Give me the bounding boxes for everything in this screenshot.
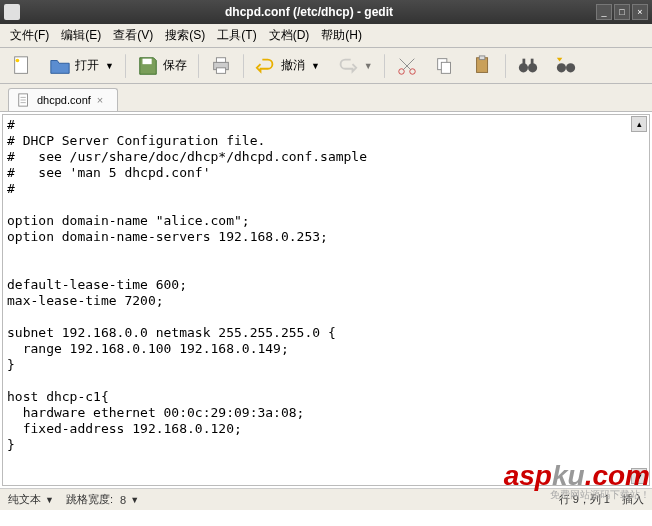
save-icon — [137, 55, 159, 77]
tabbar: dhcpd.conf × — [0, 84, 652, 112]
menu-help[interactable]: 帮助(H) — [315, 25, 368, 46]
tabwidth-selector[interactable]: 跳格宽度: 8▼ — [66, 492, 139, 507]
find-replace-icon — [555, 55, 577, 77]
maximize-button[interactable]: □ — [614, 4, 630, 20]
text-editor[interactable]: # # DHCP Server Configuration file. # se… — [2, 114, 650, 486]
paste-button[interactable] — [465, 50, 501, 82]
open-button[interactable]: 打开▼ — [42, 50, 121, 82]
new-button[interactable] — [4, 50, 40, 82]
scroll-up-button[interactable]: ▴ — [631, 116, 647, 132]
tab-label: dhcpd.conf — [37, 94, 91, 106]
svg-rect-11 — [479, 55, 485, 59]
separator — [198, 54, 199, 78]
printer-icon — [210, 55, 232, 77]
scissors-icon — [396, 55, 418, 77]
open-label: 打开 — [75, 57, 99, 74]
scroll-down-button[interactable]: ▾ — [631, 468, 647, 484]
app-icon — [4, 4, 20, 20]
svg-rect-15 — [531, 58, 534, 64]
document-icon — [17, 93, 31, 107]
save-label: 保存 — [163, 57, 187, 74]
svg-rect-2 — [142, 58, 151, 64]
chevron-down-icon: ▼ — [130, 495, 139, 505]
window-titlebar: dhcpd.conf (/etc/dhcp) - gedit _ □ × — [0, 0, 652, 24]
separator — [125, 54, 126, 78]
chevron-down-icon: ▼ — [311, 61, 320, 71]
tab-close-icon[interactable]: × — [97, 94, 109, 106]
menu-tools[interactable]: 工具(T) — [211, 25, 262, 46]
save-button[interactable]: 保存 — [130, 50, 194, 82]
print-button[interactable] — [203, 50, 239, 82]
undo-label: 撤消 — [281, 57, 305, 74]
svg-rect-14 — [522, 58, 525, 64]
folder-open-icon — [49, 55, 71, 77]
svg-rect-5 — [216, 67, 225, 73]
window-title: dhcpd.conf (/etc/dhcp) - gedit — [24, 5, 594, 19]
minimize-button[interactable]: _ — [596, 4, 612, 20]
menubar: 文件(F) 编辑(E) 查看(V) 搜索(S) 工具(T) 文档(D) 帮助(H… — [0, 24, 652, 48]
find-button[interactable] — [510, 50, 546, 82]
svg-point-13 — [528, 63, 537, 72]
find-replace-button[interactable] — [548, 50, 584, 82]
cursor-position: 行 9，列 1 — [559, 492, 610, 507]
paste-icon — [472, 55, 494, 77]
svg-rect-9 — [441, 62, 450, 73]
statusbar: 纯文本▼ 跳格宽度: 8▼ 行 9，列 1 插入 — [0, 488, 652, 510]
svg-rect-4 — [216, 57, 225, 62]
cut-button[interactable] — [389, 50, 425, 82]
redo-icon — [336, 55, 358, 77]
svg-point-1 — [16, 58, 20, 62]
syntax-selector[interactable]: 纯文本▼ — [8, 492, 54, 507]
copy-icon — [434, 55, 456, 77]
menu-file[interactable]: 文件(F) — [4, 25, 55, 46]
menu-edit[interactable]: 编辑(E) — [55, 25, 107, 46]
svg-point-12 — [519, 63, 528, 72]
toolbar: 打开▼ 保存 撤消▼ ▼ — [0, 48, 652, 84]
separator — [384, 54, 385, 78]
copy-button[interactable] — [427, 50, 463, 82]
svg-point-17 — [566, 63, 575, 72]
insert-mode: 插入 — [622, 492, 644, 507]
separator — [505, 54, 506, 78]
chevron-down-icon: ▼ — [45, 495, 54, 505]
editor-content[interactable]: # # DHCP Server Configuration file. # se… — [3, 115, 649, 455]
close-button[interactable]: × — [632, 4, 648, 20]
binoculars-icon — [517, 55, 539, 77]
menu-view[interactable]: 查看(V) — [107, 25, 159, 46]
undo-icon — [255, 55, 277, 77]
document-tab[interactable]: dhcpd.conf × — [8, 88, 118, 111]
redo-button[interactable]: ▼ — [329, 50, 380, 82]
chevron-down-icon: ▼ — [364, 61, 373, 71]
new-file-icon — [11, 55, 33, 77]
undo-button[interactable]: 撤消▼ — [248, 50, 327, 82]
separator — [243, 54, 244, 78]
chevron-down-icon: ▼ — [105, 61, 114, 71]
menu-documents[interactable]: 文档(D) — [263, 25, 316, 46]
menu-search[interactable]: 搜索(S) — [159, 25, 211, 46]
svg-point-16 — [557, 63, 566, 72]
